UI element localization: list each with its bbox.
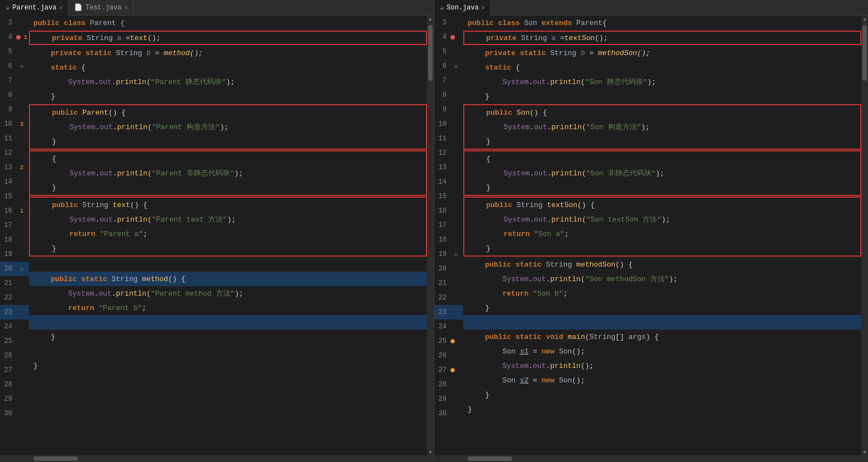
r-code-line-6: static { — [463, 60, 861, 75]
r-code-line-30 — [463, 416, 861, 431]
r-code-line-26: System.out.println(); — [463, 358, 861, 373]
r-code-line-25: Son s1 = new Son(); — [463, 344, 861, 358]
r-code-line-21: return "Son b"; — [463, 286, 861, 301]
r-code-line-24: public static void main(String[] args) { — [463, 330, 861, 344]
tab-parent-java[interactable]: ☕ Parent.java ✕ — [0, 0, 68, 16]
code-line-15: public String text() { — [30, 198, 426, 212]
code-line-4: private String a =text(); — [29, 31, 427, 45]
line-num-16: 16 — [0, 207, 14, 215]
code-line-11: } — [30, 134, 426, 149]
r-code-line-23 — [463, 315, 861, 330]
r-code-line-7: System.out.println("Son 静态代码块"); — [463, 75, 861, 89]
code-line-23 — [29, 315, 427, 330]
code-line-7: System.out.println("Parent 静态代码块"); — [29, 75, 427, 89]
code-line-6: static { — [29, 60, 427, 75]
code-line-19 — [29, 257, 427, 272]
r-code-line-8: } — [463, 89, 861, 104]
code-line-24: } — [29, 330, 427, 344]
code-line-17: return "Parent a"; — [30, 227, 426, 241]
line-num-24: 24 — [0, 323, 14, 331]
r-code-line-28: } — [463, 387, 861, 402]
left-gutter: 3 4 1 5 — [0, 16, 29, 455]
tab-parent-label: Parent.java — [12, 4, 56, 12]
left-vscrollbar[interactable]: ▲ ▼ — [427, 16, 434, 455]
code-line-3: public class Parent { — [29, 16, 427, 30]
line-num-22: 22 — [0, 294, 14, 302]
r-code-line-29: } — [463, 402, 861, 416]
diamond-6: ◇ — [14, 63, 29, 70]
ann-2: 2 — [14, 164, 29, 171]
r-code-line-9: public Son() { — [464, 105, 860, 120]
line-num-18: 18 — [0, 236, 14, 244]
code-line-26: } — [29, 358, 427, 373]
code-line-25 — [29, 344, 427, 358]
code-line-12: { — [30, 151, 426, 166]
code-line-9: public Parent() { — [30, 105, 426, 120]
line-num-4: 4 — [0, 33, 14, 41]
line-num-3: 3 — [0, 19, 14, 27]
left-code-area[interactable]: public class Parent { private String a =… — [29, 16, 427, 455]
close-icon[interactable]: ✕ — [59, 4, 62, 11]
diamond-20: ◇ — [14, 266, 29, 272]
close-icon-3[interactable]: ✕ — [482, 4, 485, 11]
r-code-line-3: public class Son extends Parent{ — [463, 16, 861, 30]
r-code-line-5: private static String b = methodSon(); — [463, 46, 861, 60]
r-code-line-4-box: private String a =textSon(); — [463, 31, 861, 45]
editors-row: 3 4 1 5 — [0, 16, 868, 462]
code-lines-12-14-box: { System.out.println("Parent 非静态代码块"); } — [29, 150, 427, 196]
ann-1b: 1 — [14, 208, 29, 214]
tab-son-java[interactable]: ☕ Son.java ✕ — [434, 0, 491, 16]
line-num-21: 21 — [0, 279, 14, 287]
line-num-10: 10 — [0, 120, 14, 128]
left-hscrollbar[interactable] — [0, 455, 434, 462]
r-code-lines-15-18-box: public String textSon() { System.out.pri… — [463, 196, 861, 257]
r-code-line-13: System.out.println("Son 非静态代码块"); — [464, 166, 860, 180]
tab-son-label: Son.java — [447, 4, 479, 12]
line-num-12: 12 — [0, 149, 14, 157]
right-gutter: 3 4 5 6◇ 7 8 9 10 11 12 13 — [434, 16, 463, 455]
line-num-15: 15 — [0, 193, 14, 200]
tab-test-java[interactable]: 📄 Test.java ✕ — [68, 0, 134, 16]
line-num-11: 11 — [0, 135, 14, 142]
code-line-10: System.out.println("Parent 构造方法"); — [30, 120, 426, 134]
r-code-line-18: } — [464, 241, 860, 255]
r-code-lines-12-14-box: { System.out.println("Son 非静态代码块"); } — [463, 150, 861, 196]
code-line-14: } — [30, 180, 426, 195]
code-line-22: return "Parent b"; — [29, 301, 427, 315]
ide-container: ☕ Parent.java ✕ 📄 Test.java ✕ ☕ Son.java… — [0, 0, 868, 462]
code-line-20: public static String method() { — [29, 272, 427, 286]
r-code-lines-9-11-box: public Son() { System.out.println("Son 构… — [463, 104, 861, 150]
right-hscrollbar[interactable] — [434, 455, 868, 462]
r-code-line-20: System.out.println("Son methodSon 方法"); — [463, 272, 861, 286]
code-line-5: private static String b = method(); — [29, 46, 427, 60]
line-num-5: 5 — [0, 48, 14, 56]
r-code-line-14: } — [464, 180, 860, 195]
ann-1a: 1 — [22, 34, 29, 41]
r-code-line-15: public String textSon() { — [464, 198, 860, 212]
r-code-line-19: public static String methodSon() { — [463, 257, 861, 272]
right-vscrollbar[interactable]: ▲ ▼ — [861, 16, 868, 455]
r-code-line-10: System.out.println("Son 构造方法"); — [464, 120, 860, 134]
right-code-area[interactable]: public class Son extends Parent{ private… — [463, 16, 861, 455]
java-icon: ☕ — [6, 3, 9, 12]
java-icon-2: 📄 — [74, 3, 82, 12]
line-num-14: 14 — [0, 178, 14, 186]
close-icon-2[interactable]: ✕ — [124, 4, 127, 11]
line-num-13: 13 — [0, 164, 14, 171]
line-num-19: 19 — [0, 250, 14, 258]
line-num-20: 20 — [0, 265, 14, 273]
line-num-23: 23 — [0, 308, 14, 316]
r-code-line-22: } — [463, 301, 861, 315]
code-line-21: System.out.println("Parent method 方法"); — [29, 286, 427, 301]
r-code-line-17: return "Son a"; — [464, 227, 860, 241]
code-line-13: System.out.println("Parent 非静态代码块"); — [30, 166, 426, 180]
line-num-8: 8 — [0, 91, 14, 99]
code-lines-9-11-box: public Parent() { System.out.println("Pa… — [29, 104, 427, 150]
r-code-line-12: { — [464, 151, 860, 166]
code-line-8: } — [29, 89, 427, 104]
line-num-6: 6 — [0, 62, 14, 70]
code-line-18: } — [30, 241, 426, 255]
java-icon-3: ☕ — [440, 3, 444, 12]
line-num-17: 17 — [0, 222, 14, 229]
code-line-16: System.out.println("Parent text 方法"); — [30, 212, 426, 227]
